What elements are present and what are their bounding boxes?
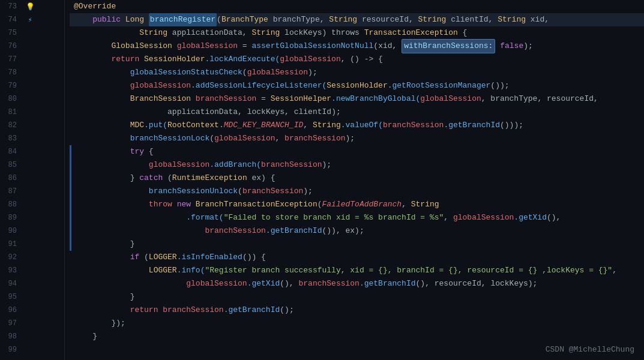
token: @Override bbox=[74, 0, 116, 13]
token: globalSession bbox=[149, 158, 209, 172]
token: , bbox=[594, 92, 598, 106]
token: { bbox=[144, 145, 154, 158]
line-number: 73 bbox=[0, 2, 24, 11]
token: LOGGER bbox=[149, 264, 177, 277]
token: .getBranchId bbox=[360, 277, 416, 290]
gutter-row: 74⚡ bbox=[0, 13, 64, 26]
token: applicationData bbox=[172, 26, 242, 40]
token: String bbox=[139, 26, 172, 40]
token: { bbox=[458, 26, 468, 40]
code-editor: 73💡74⚡7576777879808182838485868788899091… bbox=[0, 0, 644, 360]
indent bbox=[74, 40, 111, 53]
token: LOGGER bbox=[149, 251, 177, 264]
code-line: MDC.put(RootContext.MDC_KEY_BRANCH_ID, S… bbox=[70, 119, 644, 132]
token: ( bbox=[242, 66, 247, 79]
line-gutter: 73💡74⚡7576777879808182838485868788899091… bbox=[0, 0, 65, 360]
code-line: BranchSession branchSession = SessionHel… bbox=[70, 92, 644, 106]
token: , bbox=[320, 13, 330, 26]
token: , bbox=[481, 277, 491, 290]
token: } bbox=[130, 290, 135, 304]
token: String bbox=[313, 119, 341, 132]
token: .getBranchId bbox=[444, 119, 500, 132]
token: , bbox=[275, 132, 284, 145]
gutter-row: 77 bbox=[0, 53, 64, 66]
gutter-row: 80 bbox=[0, 92, 64, 106]
indent bbox=[74, 264, 149, 277]
block-bar bbox=[70, 198, 71, 211]
token: TransactionException bbox=[364, 26, 458, 40]
gutter-row: 96 bbox=[0, 304, 64, 317]
token: assertGlobalSessionNotNull bbox=[251, 40, 373, 53]
gutter-row: 79 bbox=[0, 79, 64, 92]
token: .info( bbox=[177, 264, 205, 277]
token: globalSession bbox=[453, 211, 514, 224]
token: globalSession bbox=[214, 132, 275, 145]
line-number: 77 bbox=[0, 55, 24, 64]
token: try bbox=[130, 145, 144, 158]
token: ); bbox=[528, 277, 538, 290]
token: branchSession bbox=[284, 132, 345, 145]
watermark: CSDN @MichelleChung bbox=[546, 345, 634, 354]
code-line: if (LOGGER.isInfoEnabled()) { bbox=[70, 251, 644, 264]
line-number: 81 bbox=[0, 108, 24, 116]
token: branchSession bbox=[242, 185, 303, 198]
line-number: 98 bbox=[0, 332, 24, 341]
token: , bbox=[242, 26, 252, 40]
token: RootContext bbox=[167, 119, 219, 132]
token: }); bbox=[111, 317, 125, 330]
indent bbox=[74, 92, 130, 106]
indent bbox=[74, 119, 130, 132]
token: String bbox=[251, 26, 284, 40]
line-number: 91 bbox=[0, 240, 24, 248]
gutter-row: 83 bbox=[0, 132, 64, 145]
token: , bbox=[544, 13, 549, 26]
line-number: 87 bbox=[0, 187, 24, 196]
token: if bbox=[130, 251, 144, 264]
token: RuntimeException bbox=[172, 172, 252, 185]
token: SessionHelper bbox=[271, 92, 331, 106]
token: .getXid bbox=[514, 211, 547, 224]
token: , bbox=[489, 13, 498, 26]
line-number: 92 bbox=[0, 253, 24, 262]
token: public bbox=[92, 13, 125, 26]
token: . bbox=[219, 119, 224, 132]
token: FailedToAddBranch bbox=[322, 198, 402, 211]
token: lockKeys bbox=[490, 277, 528, 290]
token: (), bbox=[547, 211, 561, 224]
token: .getBranchId bbox=[266, 224, 322, 238]
token: .format( bbox=[186, 211, 223, 224]
gutter-row: 89 bbox=[0, 211, 64, 224]
token: ) throws bbox=[322, 26, 364, 40]
gutter-row: 92 bbox=[0, 251, 64, 264]
token: applicationData bbox=[167, 106, 238, 119]
line-number: 82 bbox=[0, 121, 24, 130]
token: globalSession bbox=[130, 79, 191, 92]
token: String bbox=[418, 13, 451, 26]
token: , bbox=[612, 264, 617, 277]
line-number: 93 bbox=[0, 266, 24, 275]
token: , bbox=[238, 106, 247, 119]
line-icon: 💡 bbox=[24, 2, 36, 11]
gutter-row: 76 bbox=[0, 40, 64, 53]
token: .getXid bbox=[247, 277, 280, 290]
code-line: return branchSession.getBranchId(); bbox=[70, 304, 644, 317]
gutter-row: 85 bbox=[0, 158, 64, 172]
token: globalSession bbox=[177, 40, 238, 53]
token: , () -> { bbox=[341, 53, 383, 66]
gutter-row: 88 bbox=[0, 198, 64, 211]
code-line: try { bbox=[70, 145, 644, 158]
token: ()) { bbox=[242, 251, 266, 264]
token: BranchType bbox=[221, 13, 273, 26]
block-bar bbox=[70, 185, 71, 198]
token: MDC_KEY_BRANCH_ID bbox=[224, 119, 304, 132]
token: return bbox=[130, 304, 163, 317]
code-line: @Override bbox=[70, 0, 644, 13]
indent bbox=[74, 277, 186, 290]
gutter-row: 95 bbox=[0, 290, 64, 304]
line-number: 84 bbox=[0, 148, 24, 156]
token: GlobalSession bbox=[111, 40, 176, 53]
token: globalSession bbox=[420, 92, 481, 106]
token: , bbox=[284, 106, 294, 119]
block-bar bbox=[70, 145, 71, 158]
gutter-row: 78 bbox=[0, 66, 64, 79]
